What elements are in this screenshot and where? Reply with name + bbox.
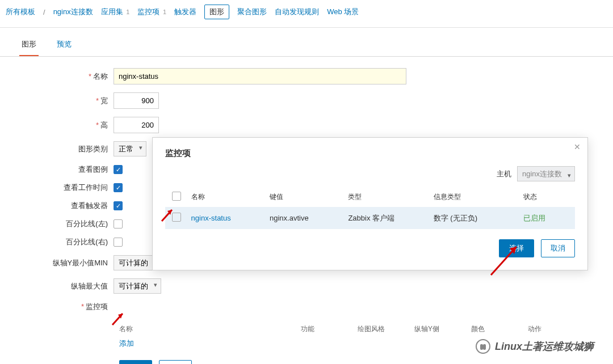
col-style: 绘图风格: [358, 324, 414, 334]
col-func: 功能: [301, 324, 358, 334]
height-label: *高: [0, 120, 114, 130]
bc-graphs-active[interactable]: 图形: [204, 5, 229, 19]
arrow-annotation-2: [488, 244, 522, 278]
form-actions: 添加 取消: [119, 360, 613, 364]
close-icon[interactable]: ✕: [574, 142, 581, 151]
show-work-label: 查看工作时间: [0, 183, 114, 193]
yaxis-max-label: 纵轴最大值: [0, 281, 114, 291]
graph-type-label: 图形类别: [0, 144, 114, 154]
host-label: 主机: [497, 170, 511, 178]
items-label: *监控项: [0, 302, 114, 312]
show-work-checkbox[interactable]: ✓: [114, 183, 123, 192]
col-name: 名称: [119, 324, 301, 334]
bc-items[interactable]: 监控项 1: [137, 7, 166, 17]
row-key: nginx.avtive: [270, 214, 348, 222]
percentile-left-label: 百分比线(左): [0, 219, 114, 229]
percentile-right-checkbox[interactable]: [114, 238, 123, 247]
tab-graph[interactable]: 图形: [19, 35, 39, 56]
submit-button[interactable]: 添加: [119, 360, 152, 364]
bc-app-set[interactable]: 应用集 1: [101, 7, 130, 17]
show-trig-checkbox[interactable]: ✓: [114, 201, 123, 210]
bc-triggers[interactable]: 触发器: [174, 7, 196, 17]
items-modal: ✕ 监控项 主机 nginx连接数 名称 键值 类型 信息类型 状态 nginx…: [152, 137, 588, 270]
percentile-left-checkbox[interactable]: [114, 219, 123, 228]
height-input[interactable]: [114, 117, 159, 133]
show-legend-checkbox[interactable]: ✓: [114, 165, 123, 174]
modal-table-head: 名称 键值 类型 信息类型 状态: [165, 187, 575, 207]
modal-cancel-button[interactable]: 取消: [541, 239, 575, 257]
yaxis-max-select[interactable]: 可计算的: [114, 278, 161, 294]
modal-item-row[interactable]: nginx-status nginx.avtive Zabbix 客户端 数字 …: [165, 207, 575, 229]
yaxis-min-label: 纵轴Y最小值MIN: [0, 258, 114, 268]
tab-preview[interactable]: 预览: [54, 35, 74, 55]
add-item-link[interactable]: 添加: [119, 339, 134, 348]
breadcrumb: 所有模板 / nginx连接数 应用集 1 监控项 1 触发器 图形 聚合图形 …: [0, 0, 613, 28]
col-yaxis: 纵轴Y侧: [414, 324, 471, 334]
col-action: 动作: [528, 324, 585, 334]
host-row: 主机 nginx连接数: [165, 169, 575, 179]
bc-web[interactable]: Web 场景: [327, 7, 359, 17]
items-table-header: 名称 功能 绘图风格 纵轴Y侧 颜色 动作: [119, 320, 602, 338]
col-color: 颜色: [471, 324, 528, 334]
arrow-annotation-1: [162, 207, 179, 224]
mcol-status: 状态: [523, 192, 568, 202]
watermark-text: Linux土著运维攻城狮: [495, 340, 594, 353]
bc-template-name[interactable]: nginx连接数: [53, 7, 93, 17]
mcol-key: 键值: [270, 192, 348, 202]
graph-type-select[interactable]: 正常: [114, 141, 146, 156]
host-select[interactable]: nginx连接数: [517, 166, 575, 181]
mcol-name: 名称: [191, 192, 270, 202]
bc-screens[interactable]: 聚合图形: [237, 7, 267, 17]
modal-title: 监控项: [165, 148, 575, 159]
row-status: 已启用: [523, 213, 568, 223]
width-input[interactable]: [114, 92, 159, 109]
percentile-right-label: 百分比线(右): [0, 237, 114, 247]
row-name-link[interactable]: nginx-status: [191, 214, 231, 222]
show-legend-label: 查看图例: [0, 164, 114, 175]
wechat-icon: [476, 339, 490, 354]
name-label: *名称: [0, 71, 114, 82]
select-all-checkbox[interactable]: [172, 192, 181, 201]
watermark: Linux土著运维攻城狮: [476, 339, 594, 354]
cancel-button[interactable]: 取消: [159, 360, 192, 364]
mcol-info: 信息类型: [434, 192, 523, 202]
mcol-type: 类型: [348, 192, 433, 202]
width-label: *宽: [0, 96, 114, 106]
subtabs: 图形 预览: [0, 28, 613, 57]
separator: /: [43, 8, 45, 16]
bc-all-templates[interactable]: 所有模板: [6, 7, 35, 17]
show-trig-label: 查看触发器: [0, 201, 114, 211]
arrow-annotation-3: [112, 311, 129, 328]
row-info: 数字 (无正负): [434, 213, 523, 223]
row-type: Zabbix 客户端: [348, 213, 433, 223]
name-input[interactable]: [114, 68, 406, 84]
bc-discovery[interactable]: 自动发现规则: [275, 7, 319, 17]
